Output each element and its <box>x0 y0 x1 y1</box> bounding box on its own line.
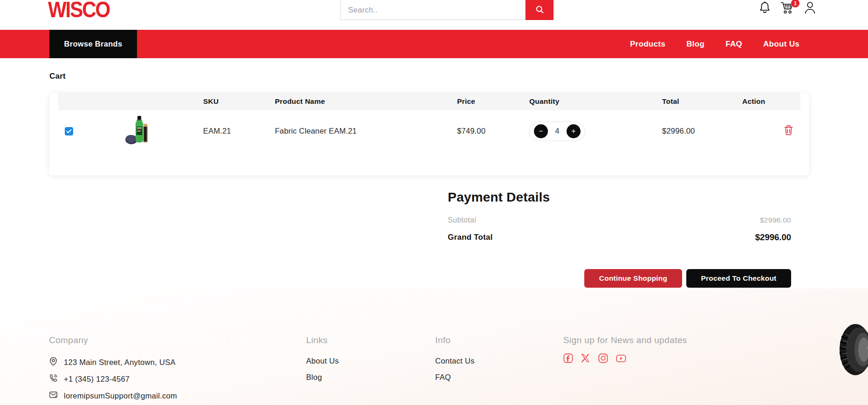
column-header-quantity: Quantity <box>529 97 662 106</box>
checkout-actions: Continue Shopping Proceed To Checkout <box>448 269 791 288</box>
footer: Company 123 Main Street, Anytown, USA <box>0 289 868 405</box>
nav-link-faq[interactable]: FAQ <box>725 40 742 49</box>
select-item-checkbox[interactable] <box>65 127 73 135</box>
youtube-icon[interactable] <box>616 354 626 363</box>
search-form <box>340 0 554 20</box>
payment-details-title: Payment Details <box>448 190 791 205</box>
quantity-increase-button[interactable]: + <box>567 124 581 138</box>
column-header-sku: SKU <box>203 97 275 106</box>
table-row: EAM.21 Fabric Cleaner EAM.21 $749.00 − 4… <box>58 110 800 152</box>
footer-phone-row: +1 (345) 123-4567 <box>49 374 177 385</box>
footer-company-column: Company 123 Main Street, Anytown, USA <box>49 335 177 401</box>
tire-suspension-image <box>839 313 868 376</box>
footer-company-heading: Company <box>49 335 177 345</box>
footer-address-text: 123 Main Street, Anytown, USA <box>64 358 176 367</box>
proceed-to-checkout-button[interactable]: Proceed To Checkout <box>686 269 791 288</box>
column-header-price: Price <box>457 97 529 106</box>
nav-links: Products Blog FAQ About Us <box>630 30 800 58</box>
delete-item-icon[interactable] <box>784 125 793 135</box>
footer-info-heading: Info <box>435 335 475 345</box>
footer-link-blog[interactable]: Blog <box>306 373 339 382</box>
search-button[interactable] <box>526 0 554 20</box>
social-icons-row <box>563 353 687 363</box>
cart-table-header: SKU Product Name Price Quantity Total Ac… <box>58 93 800 110</box>
footer-email-text: loremipsumSupport@gmail.com <box>64 392 177 400</box>
footer-link-faq[interactable]: FAQ <box>435 373 475 382</box>
cart-page: Cart SKU Product Name Price Quantity Tot… <box>0 58 868 289</box>
nav-link-products[interactable]: Products <box>630 40 665 49</box>
main-navbar: Browse Brands Products Blog FAQ About Us <box>0 30 868 58</box>
continue-shopping-button[interactable]: Continue Shopping <box>584 269 682 288</box>
top-header: WISCO 1 <box>0 0 868 30</box>
brand-logo[interactable]: WISCO <box>48 0 109 22</box>
footer-address-row: 123 Main Street, Anytown, USA <box>49 357 177 368</box>
footer-newsletter-heading: Sign up for News and updates <box>563 335 687 345</box>
search-icon <box>535 5 545 16</box>
item-price: $749.00 <box>457 127 529 135</box>
footer-newsletter-column: Sign up for News and updates <box>563 335 687 363</box>
email-icon <box>49 391 58 401</box>
browse-brands-button[interactable]: Browse Brands <box>49 30 137 58</box>
quantity-decrease-button[interactable]: − <box>534 124 548 138</box>
quantity-stepper: − 4 + <box>529 122 585 141</box>
cart-card: SKU Product Name Price Quantity Total Ac… <box>49 93 809 176</box>
footer-link-about-us[interactable]: About Us <box>306 357 339 365</box>
cart-icon[interactable]: 1 <box>780 1 795 14</box>
user-icon[interactable] <box>804 1 816 14</box>
header-icons: 1 <box>759 1 816 14</box>
location-pin-icon <box>49 357 58 368</box>
footer-link-contact-us[interactable]: Contact Us <box>435 357 475 365</box>
footer-links-column: Links About Us Blog <box>306 335 339 382</box>
product-image <box>123 115 153 149</box>
column-header-action: Action <box>742 97 800 106</box>
item-name: Fabric Cleaner EAM.21 <box>275 127 457 135</box>
notification-bell-icon[interactable] <box>759 1 771 14</box>
subtotal-label: Subtotal <box>448 216 476 224</box>
quantity-value: 4 <box>555 127 560 135</box>
footer-links-heading: Links <box>306 335 339 345</box>
instagram-icon[interactable] <box>598 353 608 363</box>
grand-total-value: $2996.00 <box>755 232 791 243</box>
footer-email-row: loremipsumSupport@gmail.com <box>49 391 177 401</box>
grand-total-label: Grand Total <box>448 233 492 242</box>
x-twitter-icon[interactable] <box>581 354 590 363</box>
page-title: Cart <box>49 58 868 81</box>
column-header-total: Total <box>662 97 742 106</box>
column-header-product-name: Product Name <box>275 97 457 106</box>
facebook-icon[interactable] <box>563 353 573 363</box>
item-total: $2996.00 <box>662 127 742 135</box>
phone-icon <box>49 374 58 385</box>
subtotal-value: $2996.00 <box>760 216 791 224</box>
cart-badge: 1 <box>791 0 800 7</box>
nav-link-blog[interactable]: Blog <box>686 40 704 49</box>
item-sku: EAM.21 <box>203 127 275 135</box>
footer-phone-text: +1 (345) 123-4567 <box>64 375 130 384</box>
footer-info-column: Info Contact Us FAQ <box>435 335 475 382</box>
search-input[interactable] <box>340 0 526 20</box>
payment-details-section: Payment Details Subtotal $2996.00 Grand … <box>448 190 791 243</box>
nav-link-about-us[interactable]: About Us <box>763 40 800 49</box>
